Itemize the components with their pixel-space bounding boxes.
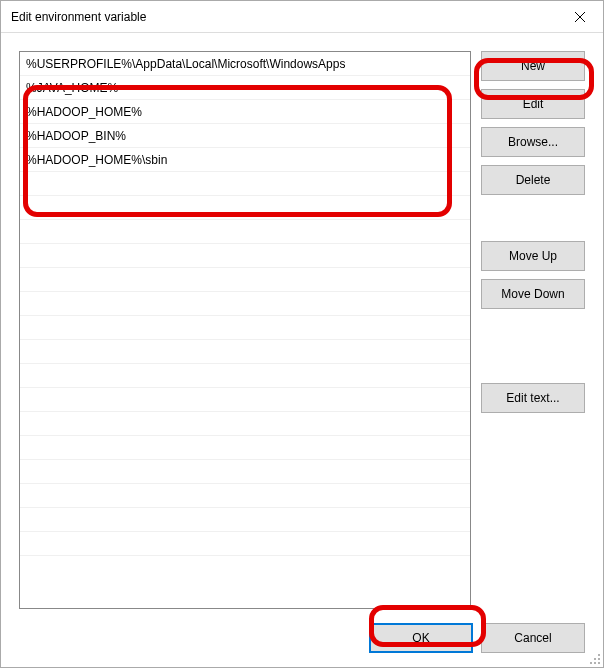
new-button[interactable]: New [481,51,585,81]
list-empty-row [20,316,470,340]
list-item[interactable]: %HADOOP_HOME%\sbin [20,148,470,172]
list-empty-row [20,196,470,220]
edit-env-var-dialog: Edit environment variable %USERPROFILE%\… [0,0,604,668]
svg-point-6 [594,662,596,664]
edit-button[interactable]: Edit [481,89,585,119]
list-empty-row [20,292,470,316]
list-empty-row [20,364,470,388]
list-empty-row [20,460,470,484]
list-item[interactable]: %JAVA_HOME% [20,76,470,100]
list-empty-row [20,484,470,508]
side-buttons: New Edit Browse... Delete Move Up Move D… [481,51,585,609]
svg-point-5 [590,662,592,664]
list-empty-row [20,340,470,364]
list-item[interactable]: %HADOOP_BIN% [20,124,470,148]
list-empty-row [20,268,470,292]
svg-point-7 [598,662,600,664]
list-empty-row [20,412,470,436]
close-icon [575,12,585,22]
svg-point-3 [594,658,596,660]
main-area: %USERPROFILE%\AppData\Local\Microsoft\Wi… [19,51,585,609]
cancel-button[interactable]: Cancel [481,623,585,653]
list-empty-row [20,532,470,556]
list-item[interactable]: %USERPROFILE%\AppData\Local\Microsoft\Wi… [20,52,470,76]
move-up-button[interactable]: Move Up [481,241,585,271]
browse-button[interactable]: Browse... [481,127,585,157]
list-item[interactable]: %HADOOP_HOME% [20,100,470,124]
list-empty-row [20,244,470,268]
svg-point-4 [598,658,600,660]
resize-grip-icon[interactable] [589,653,601,665]
bottom-buttons: OK Cancel [19,609,585,655]
list-empty-row [20,220,470,244]
list-empty-row [20,436,470,460]
spacer [481,317,585,375]
delete-button[interactable]: Delete [481,165,585,195]
path-listbox[interactable]: %USERPROFILE%\AppData\Local\Microsoft\Wi… [19,51,471,609]
spacer [481,203,585,233]
ok-button[interactable]: OK [369,623,473,653]
close-button[interactable] [557,1,603,33]
list-empty-row [20,508,470,532]
window-title: Edit environment variable [1,10,557,24]
list-empty-row [20,172,470,196]
svg-point-2 [598,654,600,656]
list-empty-row [20,388,470,412]
dialog-body: %USERPROFILE%\AppData\Local\Microsoft\Wi… [1,33,603,667]
edit-text-button[interactable]: Edit text... [481,383,585,413]
move-down-button[interactable]: Move Down [481,279,585,309]
titlebar: Edit environment variable [1,1,603,33]
